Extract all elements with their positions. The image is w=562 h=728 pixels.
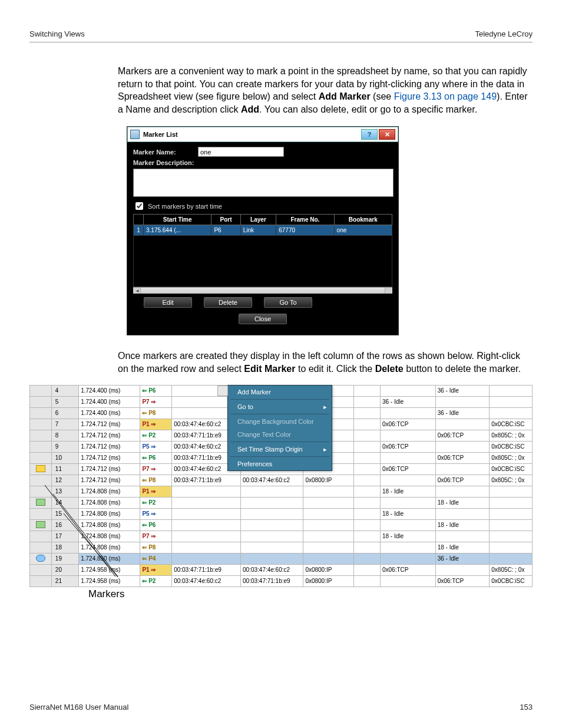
table-row[interactable]: 131.724.808 (ms)P118 - Idle <box>30 486 533 497</box>
figure-caption: Markers <box>88 588 533 600</box>
delete-button[interactable]: Delete <box>204 297 252 308</box>
marker-list-dialog: Marker List ? ✕ Marker Name: Marker Desc… <box>127 126 399 335</box>
marker-icon <box>36 555 45 562</box>
marker-name-input[interactable] <box>198 147 284 157</box>
marker-name-label: Marker Name: <box>133 149 198 156</box>
ctx-preferences[interactable]: Preferences <box>228 457 332 470</box>
table-row[interactable]: 151.724.808 (ms)P518 - Idle <box>30 508 533 519</box>
help-button[interactable]: ? <box>361 129 378 140</box>
table-row[interactable]: 171.724.808 (ms)P718 - Idle <box>30 531 533 542</box>
close-x-button[interactable]: ✕ <box>379 129 395 140</box>
submenu-arrow-icon: ▸ <box>323 403 327 411</box>
paragraph-markers-intro: Markers are a convenient way to mark a p… <box>118 65 533 116</box>
sort-by-start-checkbox[interactable]: Sort markers by start time <box>133 200 392 212</box>
ctx-change-text[interactable]: Change Text Color <box>228 428 332 441</box>
col-port[interactable]: Port <box>211 215 240 225</box>
dialog-horizontal-scrollbar[interactable]: ◄► <box>133 287 392 294</box>
ctx-change-bg[interactable]: Change Background Color <box>228 415 332 428</box>
marker-desc-input[interactable] <box>133 169 394 197</box>
context-menu: Add Marker Go to▸ Change Background Colo… <box>227 385 332 471</box>
marker-icon <box>36 521 45 528</box>
col-frame-no[interactable]: Frame No. <box>276 215 334 225</box>
col-bookmark[interactable]: Bookmark <box>334 215 392 225</box>
header-right: Teledyne LeCroy <box>475 29 533 38</box>
footer-page-number: 153 <box>520 703 533 711</box>
table-row[interactable]: 181.724.808 (ms)P818 - Idle <box>30 542 533 553</box>
ctx-set-time-origin[interactable]: Set Time Stamp Origin▸ <box>228 443 332 456</box>
link-figure-ref[interactable]: Figure 3.13 on page 149 <box>394 91 497 101</box>
table-row[interactable]: 161.724.808 (ms)P618 - Idle <box>30 519 533 531</box>
table-row[interactable]: 141.724.808 (ms)P218 - Idle <box>30 497 533 508</box>
footer-left: SierraNet M168 User Manual <box>29 703 128 711</box>
spreadsheet-figure: 41.724.400 (ms)P636 - Idle51.724.400 (ms… <box>29 385 533 587</box>
marker-list-table: Start Time Port Layer Frame No. Bookmark… <box>133 214 392 287</box>
marker-desc-label: Marker Description: <box>133 159 198 166</box>
submenu-arrow-icon: ▸ <box>323 446 327 453</box>
marker-icon <box>36 465 45 472</box>
marker-icon <box>36 499 45 506</box>
table-row[interactable]: 211.724.958 (ms)P200:03:47:4e:60:c200:03… <box>30 575 533 587</box>
close-button[interactable]: Close <box>239 314 287 324</box>
col-start-time[interactable]: Start Time <box>144 215 211 225</box>
dialog-title: Marker List <box>143 131 360 138</box>
goto-button[interactable]: Go To <box>264 297 312 308</box>
paragraph-markers-edit: Once markers are created they display in… <box>118 350 533 375</box>
ctx-goto[interactable]: Go to▸ <box>228 400 332 413</box>
marker-row[interactable]: 1 3.175.644 (... P6 Link 67770 one <box>134 225 392 236</box>
ctx-add-marker[interactable]: Add Marker <box>228 386 332 398</box>
sort-checkbox-input[interactable] <box>135 202 143 210</box>
context-menu-grip-icon <box>217 386 228 396</box>
col-layer[interactable]: Layer <box>240 215 276 225</box>
header-left: Switching Views <box>29 29 85 38</box>
edit-button[interactable]: Edit <box>144 297 192 308</box>
table-row[interactable]: 121.724.712 (ms)P800:03:47:71:1b:e900:03… <box>30 475 533 486</box>
table-row[interactable]: 191.724.850 (ms)P436 - Idle <box>30 553 533 564</box>
table-row[interactable]: 201.724.958 (ms)P100:03:47:71:1b:e900:03… <box>30 564 533 575</box>
dialog-titlebar: Marker List ? ✕ <box>127 127 398 142</box>
dialog-icon <box>130 130 140 139</box>
